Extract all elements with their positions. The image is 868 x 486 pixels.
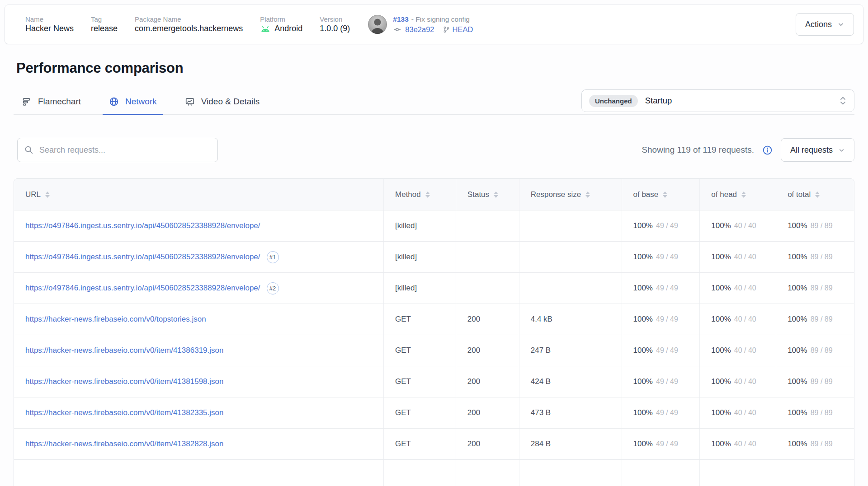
of-head-cell: 100%40 / 40: [699, 397, 776, 428]
percent-value: 100%: [633, 284, 653, 293]
request-url-link[interactable]: https://hacker-news.firebaseio.com/v0/it…: [25, 377, 223, 386]
info-icon[interactable]: [762, 145, 773, 155]
sort-icon[interactable]: [585, 192, 590, 198]
of-head-cell: 100%40 / 40: [699, 210, 776, 241]
field-package-name: Package Name com.emergetools.hackernews: [135, 15, 243, 33]
sort-icon[interactable]: [494, 192, 498, 198]
field-tag-label: Tag: [91, 15, 118, 23]
tab-video-details[interactable]: Video & Details: [179, 89, 266, 114]
response-size-cell: 4.4 kB: [519, 304, 622, 335]
request-url-link[interactable]: https://o497846.ingest.us.sentry.io/api/…: [25, 221, 260, 230]
fraction-value: 89 / 89: [811, 222, 833, 230]
column-header-response-size-label: Response size: [531, 190, 581, 199]
method-value: GET: [395, 377, 411, 386]
response-size-cell: 473 B: [519, 397, 622, 428]
of-head-cell: 100%40 / 40: [699, 273, 776, 304]
empty-cell: [14, 460, 383, 486]
url-cell: https://hacker-news.firebaseio.com/v0/it…: [14, 366, 383, 397]
metric-select[interactable]: Unchanged Startup: [581, 89, 854, 112]
tabs-row: Flamechart Network Video & Deta: [14, 89, 854, 115]
actions-button[interactable]: Actions: [796, 13, 854, 36]
column-header-response-size: Response size: [519, 179, 622, 210]
of-total-cell: 100%89 / 89: [776, 242, 854, 272]
column-header-method-label: Method: [395, 190, 421, 199]
toolbar: Showing 119 of 119 requests. All request…: [14, 138, 854, 162]
search-input[interactable]: [17, 138, 218, 162]
network-requests-table: URL Method Status Response size of base …: [14, 178, 854, 486]
percent-value: 100%: [788, 315, 807, 324]
method-cell: GET: [383, 304, 456, 335]
page-title: Performance comparison: [16, 60, 868, 76]
method-value: [killed]: [395, 252, 417, 262]
fraction-value: 49 / 49: [656, 253, 678, 261]
of-base-cell: 100%49 / 49: [622, 335, 700, 366]
sort-icon[interactable]: [425, 192, 430, 198]
up-down-chevrons-icon: [839, 95, 847, 106]
empty-cell: [699, 460, 776, 486]
fraction-value: 89 / 89: [811, 378, 833, 386]
field-name-label: Name: [25, 15, 74, 23]
column-header-of-total-label: of total: [788, 190, 811, 199]
field-package-value: com.emergetools.hackernews: [135, 24, 243, 33]
table-row: https://o497846.ingest.us.sentry.io/api/…: [14, 272, 854, 304]
request-url-link[interactable]: https://o497846.ingest.us.sentry.io/api/…: [25, 252, 260, 262]
status-cell: [456, 242, 519, 272]
fraction-value: 49 / 49: [656, 409, 678, 417]
chevron-down-icon: [837, 21, 844, 28]
duplicate-count-badge: #2: [267, 282, 279, 294]
sort-icon[interactable]: [663, 192, 667, 198]
percent-value: 100%: [711, 284, 731, 293]
tab-flamechart[interactable]: Flamechart: [15, 89, 87, 114]
status-cell: 200: [456, 366, 519, 397]
url-cell: https://o497846.ingest.us.sentry.io/api/…: [14, 210, 383, 241]
percent-value: 100%: [788, 284, 807, 293]
tab-network-label: Network: [125, 97, 157, 107]
request-url-link[interactable]: https://hacker-news.firebaseio.com/v0/to…: [25, 315, 206, 324]
method-cell: [killed]: [383, 210, 456, 241]
request-url-link[interactable]: https://o497846.ingest.us.sentry.io/api/…: [25, 284, 260, 293]
url-cell: https://o497846.ingest.us.sentry.io/api/…: [14, 273, 383, 304]
fraction-value: 49 / 49: [656, 440, 678, 448]
empty-cell: [622, 460, 700, 486]
method-value: [killed]: [395, 221, 417, 230]
of-total-cell: 100%89 / 89: [776, 429, 854, 459]
of-base-cell: 100%49 / 49: [622, 242, 700, 272]
column-header-status-label: Status: [467, 190, 489, 199]
url-cell: https://hacker-news.firebaseio.com/v0/it…: [14, 335, 383, 366]
table-row: https://hacker-news.firebaseio.com/v0/it…: [14, 397, 854, 428]
field-package-label: Package Name: [135, 15, 243, 23]
sort-icon[interactable]: [45, 192, 50, 198]
field-version: Version 1.0.0 (9): [320, 15, 350, 33]
head-ref-link[interactable]: HEAD: [453, 25, 473, 34]
sort-icon[interactable]: [815, 192, 820, 198]
avatar: [368, 15, 387, 34]
percent-value: 100%: [788, 439, 807, 449]
request-url-link[interactable]: https://hacker-news.firebaseio.com/v0/it…: [25, 408, 223, 417]
column-header-of-base: of base: [622, 179, 700, 210]
request-url-link[interactable]: https://hacker-news.firebaseio.com/v0/it…: [25, 439, 223, 449]
method-value: [killed]: [395, 284, 417, 293]
build-header-card: Name Hacker News Tag release Package Nam…: [5, 5, 863, 44]
search-icon: [24, 145, 33, 154]
of-total-cell: 100%89 / 89: [776, 273, 854, 304]
response-size-cell: 284 B: [519, 429, 622, 459]
method-value: GET: [395, 408, 411, 417]
of-base-cell: 100%49 / 49: [622, 304, 700, 335]
table-row: https://hacker-news.firebaseio.com/v0/it…: [14, 428, 854, 459]
percent-value: 100%: [711, 315, 731, 324]
tab-network[interactable]: Network: [103, 89, 163, 114]
sort-icon[interactable]: [741, 192, 746, 198]
status-cell: 200: [456, 335, 519, 366]
percent-value: 100%: [711, 252, 731, 262]
request-url-link[interactable]: https://hacker-news.firebaseio.com/v0/it…: [25, 346, 223, 355]
pr-line: #133 - Fix signing config: [393, 15, 473, 23]
of-base-cell: 100%49 / 49: [622, 429, 700, 459]
empty-cell: [456, 460, 519, 486]
pr-number-link[interactable]: #133: [393, 15, 408, 23]
commit-hash-link[interactable]: 83e2a92: [405, 25, 434, 34]
requests-filter-button[interactable]: All requests: [781, 138, 854, 162]
of-head-cell: 100%40 / 40: [699, 335, 776, 366]
video-details-icon: [185, 97, 195, 107]
chevron-down-icon: [838, 147, 845, 154]
fraction-value: 40 / 40: [734, 378, 756, 386]
